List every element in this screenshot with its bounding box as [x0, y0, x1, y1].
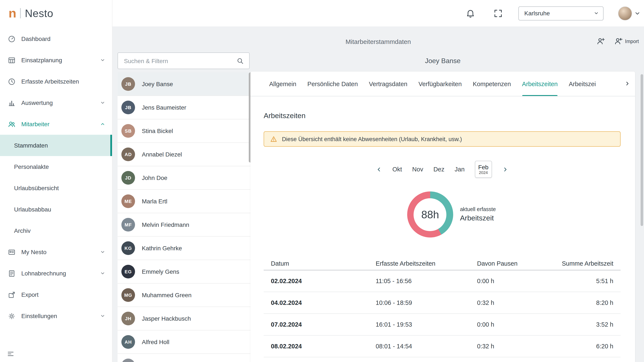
sidebar-subitem-archiv[interactable]: Archiv — [0, 220, 112, 241]
person-add-icon — [596, 37, 606, 46]
detail-tabs: Allgemein Persönliche Daten Vertragsdate… — [250, 72, 635, 96]
sidebar-item-lohnabrechnung[interactable]: Lohnabrechnung — [0, 263, 112, 284]
table-row: 08.02.2024 08:01 - 14:54 0:32 h 6:20 h — [264, 335, 620, 357]
tab-vertragsdaten[interactable]: Vertragsdaten — [369, 72, 408, 96]
location-select[interactable]: Karlsruhe — [518, 6, 604, 20]
chevron-down-icon — [100, 58, 105, 63]
avatar: AH — [122, 335, 135, 349]
sidebar-subitem-label: Stammdaten — [14, 142, 48, 149]
table-cell-summe: 8:20 h — [546, 299, 620, 306]
list-item-employee[interactable]: AD Annabel Diezel — [118, 143, 252, 166]
tab-allgemein[interactable]: Allgemein — [269, 72, 296, 96]
list-item-employee[interactable]: JD John Doe — [118, 166, 252, 190]
employee-detail-card: Allgemein Persönliche Daten Vertragsdate… — [250, 72, 635, 362]
sidebar-item-einsatzplanung[interactable]: Einsatzplanung — [0, 50, 112, 71]
search-box — [118, 52, 250, 69]
avatar: MF — [122, 218, 135, 232]
chevron-up-icon — [100, 121, 105, 127]
sidebar-item-dashboard[interactable]: Dashboard — [0, 28, 112, 50]
people-icon — [8, 120, 16, 128]
notifications-bell-icon[interactable] — [466, 8, 475, 18]
avatar: KG — [122, 241, 135, 255]
search-icon[interactable] — [236, 57, 244, 65]
payroll-icon — [8, 269, 16, 277]
list-item-employee[interactable]: JB Joey Banse — [118, 73, 252, 96]
list-item-employee[interactable]: ME Marla Ertl — [118, 190, 252, 213]
gear-icon — [8, 312, 16, 320]
sidebar-item-export[interactable]: Export — [0, 284, 112, 305]
list-item-employee[interactable]: MF Melvin Friedmann — [118, 213, 252, 237]
list-item-employee-partial[interactable] — [118, 354, 252, 362]
sidebar-item-erfasste-arbeitszeiten[interactable]: Erfasste Arbeitszeiten — [0, 71, 112, 92]
table-row: 07.02.2024 16:01 - 19:53 0:00 h 3:52 h — [264, 314, 620, 335]
user-menu-chevron-icon[interactable] — [634, 10, 640, 17]
chevron-down-icon — [100, 100, 105, 105]
sidebar-nav: Dashboard Einsatzplanung Erfasste Arbeit… — [0, 27, 112, 327]
fullscreen-icon[interactable] — [493, 8, 503, 18]
avatar: AD — [122, 147, 135, 161]
month-feb-selected[interactable]: Feb 2024 — [475, 161, 492, 178]
add-employee-button[interactable] — [596, 37, 606, 46]
section-title: Arbeitszeiten — [264, 112, 620, 120]
collapse-sidebar-icon[interactable] — [7, 350, 14, 358]
month-nov[interactable]: Nov — [412, 166, 423, 173]
avatar: SB — [122, 124, 135, 138]
table-cell-datum: 08.02.2024 — [264, 343, 368, 350]
id-card-icon — [8, 248, 16, 256]
selected-month-label: Feb — [478, 164, 488, 170]
sidebar-subitem-urlaubsabbau[interactable]: Urlaubsabbau — [0, 199, 112, 220]
search-input[interactable] — [118, 57, 236, 64]
list-item-employee[interactable]: SB Stina Bickel — [118, 119, 252, 143]
import-button[interactable]: Import — [614, 37, 639, 46]
month-okt[interactable]: Okt — [392, 166, 402, 173]
table-cell-zeiten: 10:06 - 18:59 — [368, 299, 470, 306]
worktime-donut-chart: 88h — [407, 192, 453, 238]
list-item-employee[interactable]: EG Emmely Gens — [118, 260, 252, 284]
page-scrollbar[interactable] — [640, 74, 643, 226]
tabs-scroll-right-button[interactable] — [620, 72, 635, 96]
detail-body: Arbeitszeiten Diese Übersicht enthält ke… — [250, 112, 635, 357]
sidebar-subitem-stammdaten[interactable]: Stammdaten — [0, 135, 112, 156]
tab-verfuegbarkeiten[interactable]: Verfügbarkeiten — [418, 72, 462, 96]
clock-icon — [8, 77, 16, 85]
tab-arbeitszeiten[interactable]: Arbeitszeiten — [522, 72, 558, 96]
topbar: Karlsruhe — [112, 0, 644, 27]
sidebar-item-my-nesto[interactable]: My Nesto — [0, 241, 112, 263]
employee-name: Muhammed Green — [142, 292, 192, 298]
import-label: Import — [625, 39, 639, 44]
user-avatar[interactable] — [618, 6, 632, 20]
sidebar-subitem-personalakte[interactable]: Personalakte — [0, 156, 112, 177]
list-item-employee[interactable]: JB Jens Baumeister — [118, 96, 252, 119]
chevron-left-icon[interactable] — [376, 166, 382, 172]
employee-name: Jasper Hackbusch — [142, 315, 191, 322]
table-header-row: Datum Erfasste Arbeitszeiten Davon Pause… — [264, 257, 620, 270]
month-jan[interactable]: Jan — [455, 166, 465, 173]
sidebar-item-label: Auswertung — [21, 99, 53, 106]
list-item-employee[interactable]: AH Alfred Holl — [118, 330, 252, 354]
person-import-icon — [614, 37, 623, 46]
tab-persoenliche-daten[interactable]: Persönliche Daten — [307, 72, 358, 96]
list-item-employee[interactable]: MG Muhammed Green — [118, 284, 252, 307]
sidebar-subitem-label: Urlaubsabbau — [14, 206, 51, 213]
sidebar-item-label: Erfasste Arbeitszeiten — [21, 78, 79, 85]
tab-kompetenzen[interactable]: Kompetenzen — [473, 72, 511, 96]
sidebar-subitem-label: Personalakte — [14, 163, 49, 170]
sidebar-item-auswertung[interactable]: Auswertung — [0, 92, 112, 113]
sidebar: n Nesto Dashboard Einsatzplanung — [0, 0, 112, 362]
tab-arbeitszeitkonto-partial[interactable]: Arbeitszei — [569, 72, 596, 96]
list-item-employee[interactable]: JH Jasper Hackbusch — [118, 307, 252, 330]
employee-name: Marla Ertl — [142, 198, 168, 205]
list-item-employee[interactable]: KG Kathrin Gehrke — [118, 237, 252, 260]
chevron-right-icon[interactable] — [502, 166, 508, 172]
avatar: JB — [122, 77, 135, 91]
sidebar-item-mitarbeiter[interactable]: Mitarbeiter — [0, 113, 112, 135]
employee-name: Alfred Holl — [142, 338, 169, 345]
sidebar-subitem-urlaubsuebersicht[interactable]: Urlaubsübersicht — [0, 177, 112, 199]
employee-list: JB Joey Banse JB Jens Baumeister SB Stin… — [118, 73, 252, 362]
table-cell-datum: 02.02.2024 — [264, 278, 368, 284]
chevron-down-icon — [100, 249, 105, 255]
sidebar-item-einstellungen[interactable]: Einstellungen — [0, 305, 112, 327]
employee-name: Joey Banse — [142, 81, 173, 87]
dashboard-icon — [8, 35, 16, 43]
month-dez[interactable]: Dez — [434, 166, 444, 173]
